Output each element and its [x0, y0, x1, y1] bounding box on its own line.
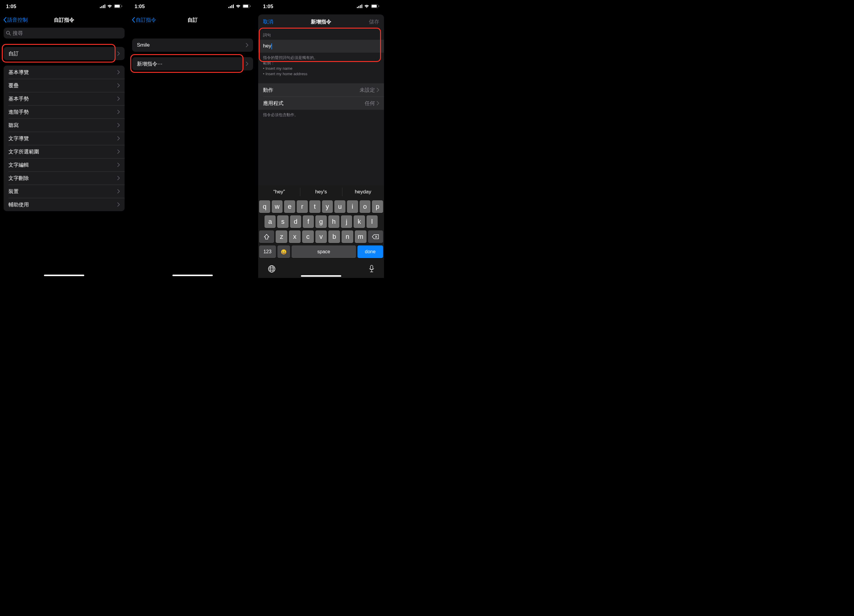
- back-button[interactable]: 自訂指令: [131, 17, 156, 23]
- action-row[interactable]: 動作 未設定: [258, 83, 384, 97]
- category-row[interactable]: 文字導覽: [4, 132, 125, 145]
- chevron-right-icon: [117, 176, 120, 180]
- category-row[interactable]: 文字所選範圍: [4, 145, 125, 158]
- done-key[interactable]: done: [357, 245, 383, 258]
- emoji-key[interactable]: 😀: [278, 245, 290, 258]
- category-row[interactable]: 覆疊: [4, 79, 125, 92]
- key-r[interactable]: r: [297, 200, 308, 213]
- dictation-key[interactable]: [369, 265, 375, 274]
- category-row[interactable]: 文字刪除: [4, 172, 125, 185]
- svg-rect-28: [371, 265, 373, 269]
- key-i[interactable]: i: [347, 200, 358, 213]
- category-row[interactable]: 基本導覽: [4, 65, 125, 79]
- svg-rect-11: [232, 5, 232, 8]
- sheet-nav: 取消 新增指令 儲存: [258, 14, 384, 29]
- row-label: Smile: [137, 42, 246, 48]
- row-label: 文字刪除: [8, 175, 117, 182]
- application-row[interactable]: 應用程式 任何: [258, 97, 384, 110]
- row-label: 自訂: [8, 50, 117, 57]
- back-button[interactable]: 語音控制: [3, 17, 28, 23]
- key-q[interactable]: q: [259, 200, 270, 213]
- text-cursor: [271, 43, 272, 49]
- category-row[interactable]: 輔助使用: [4, 198, 125, 211]
- category-row[interactable]: 文字編輯: [4, 158, 125, 172]
- key-s[interactable]: s: [277, 215, 288, 228]
- footer-bullet: • Insert my name: [263, 66, 379, 71]
- key-d[interactable]: d: [290, 215, 301, 228]
- category-row[interactable]: 聽寫: [4, 119, 125, 132]
- suggestion[interactable]: “hey”: [258, 185, 300, 199]
- phrase-footer: 指令的聲控詞句必須是獨有的。 範例： • Insert my name • In…: [258, 53, 384, 77]
- category-row[interactable]: 基本手勢: [4, 92, 125, 105]
- key-m[interactable]: m: [355, 230, 366, 243]
- numbers-key[interactable]: 123: [259, 245, 276, 258]
- phrase-input[interactable]: hey: [258, 40, 384, 53]
- key-a[interactable]: a: [264, 215, 276, 228]
- key-y[interactable]: y: [322, 200, 333, 213]
- suggestion[interactable]: heyday: [342, 185, 384, 199]
- space-key[interactable]: space: [291, 245, 356, 258]
- key-n[interactable]: n: [342, 230, 353, 243]
- categories-group: 基本導覽覆疊基本手勢進階手勢聽寫文字導覽文字所選範圍文字編輯文字刪除裝置輔助使用: [4, 65, 125, 211]
- key-u[interactable]: u: [334, 200, 345, 213]
- chevron-left-icon: [3, 17, 7, 23]
- svg-rect-18: [360, 5, 361, 8]
- chevron-right-icon: [117, 149, 120, 154]
- svg-line-8: [9, 34, 11, 35]
- key-t[interactable]: t: [310, 200, 320, 213]
- key-z[interactable]: z: [276, 230, 287, 243]
- custom-row[interactable]: 自訂: [4, 47, 125, 60]
- key-c[interactable]: c: [302, 230, 314, 243]
- category-row[interactable]: 裝置: [4, 185, 125, 198]
- chevron-right-icon: [117, 189, 120, 193]
- suggestion[interactable]: hey's: [300, 185, 342, 199]
- key-p[interactable]: p: [372, 200, 383, 213]
- chevron-right-icon: [117, 123, 120, 127]
- category-row[interactable]: 進階手勢: [4, 105, 125, 119]
- screen-custom-list: 1:05 自訂指令 自訂 Smile 新增指令⋯: [128, 0, 257, 278]
- svg-rect-16: [357, 7, 358, 8]
- svg-rect-5: [114, 5, 120, 8]
- key-k[interactable]: k: [354, 215, 365, 228]
- create-command-row[interactable]: 新增指令⋯: [132, 57, 253, 70]
- shift-key[interactable]: [259, 230, 274, 243]
- svg-rect-3: [104, 5, 105, 8]
- key-f[interactable]: f: [303, 215, 314, 228]
- key-x[interactable]: x: [289, 230, 300, 243]
- svg-rect-2: [103, 5, 104, 8]
- phrase-value: hey: [263, 43, 271, 49]
- key-b[interactable]: b: [328, 230, 340, 243]
- search-field[interactable]: 搜尋: [4, 28, 125, 38]
- status-icons: [357, 4, 379, 10]
- key-e[interactable]: e: [284, 200, 295, 213]
- key-j[interactable]: j: [341, 215, 352, 228]
- footer-bullet: • Insert my home address: [263, 71, 379, 77]
- status-time: 1:05: [134, 4, 145, 10]
- svg-rect-22: [378, 5, 379, 7]
- key-o[interactable]: o: [360, 200, 371, 213]
- key-g[interactable]: g: [316, 215, 326, 228]
- status-icons: [100, 4, 122, 10]
- key-v[interactable]: v: [316, 230, 327, 243]
- key-l[interactable]: l: [366, 215, 378, 228]
- key-w[interactable]: w: [272, 200, 283, 213]
- cellular-icon: [100, 4, 105, 10]
- status-time: 1:05: [263, 4, 273, 10]
- row-label: 基本手勢: [8, 95, 117, 102]
- svg-rect-15: [250, 5, 251, 7]
- svg-rect-1: [101, 6, 102, 8]
- globe-key[interactable]: [267, 265, 276, 274]
- wifi-icon: [364, 4, 369, 10]
- home-indicator: [301, 275, 341, 277]
- custom-group: 自訂: [4, 47, 125, 60]
- create-group: 新增指令⋯: [132, 57, 253, 70]
- battery-icon: [371, 4, 379, 10]
- command-row[interactable]: Smile: [132, 38, 253, 52]
- key-h[interactable]: h: [328, 215, 339, 228]
- delete-key[interactable]: [368, 230, 383, 243]
- search-placeholder: 搜尋: [13, 30, 23, 37]
- existing-commands-group: Smile: [132, 38, 253, 52]
- status-time: 1:05: [6, 4, 16, 10]
- status-bar: 1:05: [128, 0, 257, 13]
- suggestion-bar: “hey”hey'sheyday: [258, 185, 384, 199]
